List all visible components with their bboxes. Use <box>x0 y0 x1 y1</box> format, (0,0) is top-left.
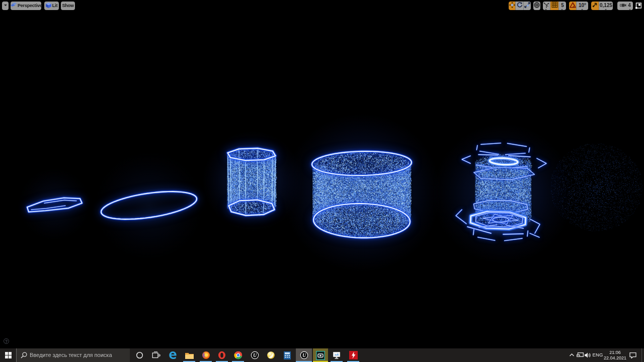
svg-text:РУС: РУС <box>577 355 581 357</box>
